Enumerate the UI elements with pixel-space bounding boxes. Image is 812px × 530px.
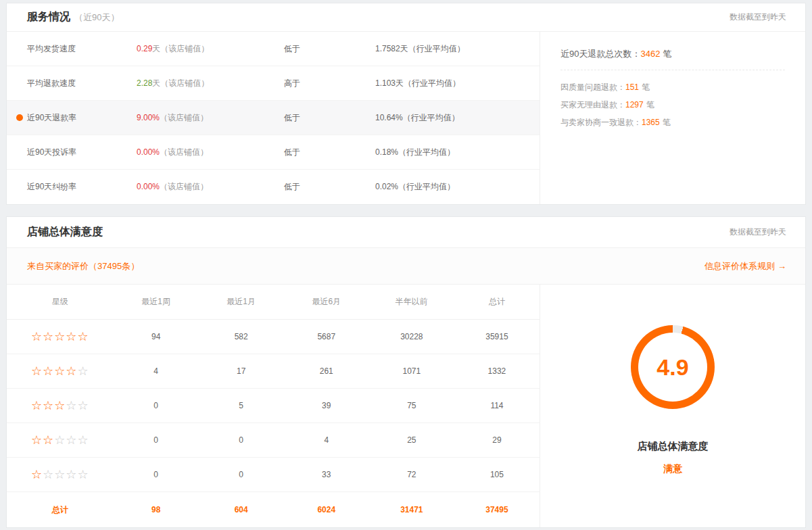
rating-row-5-star: ☆☆☆☆☆ 94 582 5687 30228 35915: [7, 320, 540, 354]
metric-industry-value: 0.02%（行业平均值）: [375, 181, 540, 193]
col-header-older: 半年以前: [369, 296, 454, 308]
metric-industry-value: 1.7582天（行业平均值）: [375, 43, 540, 55]
store-value: 9.00%: [137, 113, 160, 122]
refund-total-value: 3462: [640, 49, 660, 59]
metric-compare: 低于: [284, 147, 375, 158]
service-title-group: 服务情况（近90天）: [27, 10, 119, 24]
table-cell: 4: [284, 435, 369, 445]
table-cell-total: 6024: [284, 505, 369, 514]
table-cell: 75: [369, 401, 454, 410]
service-metrics-table: 平均发货速度 0.29天（该店铺值） 低于 1.7582天（行业平均值） 平均退…: [7, 32, 540, 204]
metric-store-value: 0.29天（该店铺值）: [137, 43, 284, 55]
refund-item-label: 因质量问题退款：: [560, 82, 625, 92]
refund-item-negotiated: 与卖家协商一致退款：1365笔: [560, 114, 785, 131]
satisfaction-gauge-inner: 4.9: [638, 333, 707, 402]
col-header-stars: 星级: [7, 296, 114, 308]
rating-rules-link[interactable]: 信息评价体系规则→: [704, 260, 786, 272]
section-title: 店铺总体满意度: [27, 225, 103, 239]
metric-label: 近90天纠纷率: [7, 181, 137, 193]
service-section: 服务情况（近90天） 数据截至到昨天 平均发货速度 0.29天（该店铺值） 低于…: [6, 3, 806, 205]
satisfaction-score: 4.9: [656, 354, 688, 381]
seller-dashboard: 服务情况（近90天） 数据截至到昨天 平均发货速度 0.29天（该店铺值） 低于…: [0, 0, 812, 528]
store-value: 0.00%: [137, 182, 160, 191]
star-rating-3: ☆☆☆☆☆: [7, 400, 114, 412]
table-cell: 29: [454, 435, 540, 445]
star-rating-2: ☆☆☆☆☆: [7, 434, 114, 446]
metric-compare: 高于: [284, 78, 375, 89]
gauge-title: 店铺总体满意度: [638, 440, 709, 453]
table-cell: 1332: [454, 366, 540, 376]
col-header-month: 最近1月: [199, 296, 284, 308]
satisfaction-gauge-panel: 4.9 店铺总体满意度 满意: [540, 285, 805, 527]
table-cell: 114: [454, 401, 540, 410]
metric-industry-value: 0.18%（行业平均值）: [375, 147, 540, 158]
stars-active-icon: ☆☆☆☆: [31, 364, 78, 378]
metric-store-value: 0.00%（该店铺值）: [137, 147, 284, 158]
stars-active-icon: ☆☆: [31, 433, 54, 447]
metric-label: 平均发货速度: [7, 43, 137, 55]
refund-item-value: 151: [625, 82, 639, 92]
section-title: 服务情况: [27, 11, 70, 22]
refund-total-unit: 笔: [663, 49, 671, 59]
refund-item-quality: 因质量问题退款：151笔: [560, 78, 785, 96]
arrow-right-icon: →: [778, 261, 786, 271]
section-subtitle: （近90天）: [74, 12, 119, 22]
stars-inactive-icon: ☆☆☆: [54, 433, 89, 447]
service-row-shipping-speed[interactable]: 平均发货速度 0.29天（该店铺值） 低于 1.7582天（行业平均值）: [7, 32, 540, 66]
ratings-table: 星级 最近1周 最近1月 最近6月 半年以前 总计 ☆☆☆☆☆ 94 582 5…: [7, 285, 540, 527]
satisfaction-header: 店铺总体满意度 数据截至到昨天: [7, 217, 805, 248]
refund-item-value: 1297: [625, 100, 644, 110]
refund-item-label: 与卖家协商一致退款：: [560, 118, 642, 127]
store-value-suffix: 天（该店铺值）: [152, 44, 209, 53]
stars-inactive-icon: ☆☆☆☆: [43, 468, 89, 481]
service-row-refund-rate[interactable]: 近90天退款率 9.00%（该店铺值） 低于 10.64%（行业平均值）: [7, 101, 540, 135]
store-value-suffix: （该店铺值）: [160, 113, 208, 122]
rating-row-3-star: ☆☆☆☆☆ 0 5 39 75 114: [7, 389, 540, 423]
dashed-divider: [560, 70, 785, 70]
service-body: 平均发货速度 0.29天（该店铺值） 低于 1.7582天（行业平均值） 平均退…: [7, 32, 805, 204]
refund-item-value: 1365: [642, 118, 660, 127]
metric-industry-value: 1.103天（行业平均值）: [375, 78, 540, 89]
data-note: 数据截至到昨天: [730, 11, 786, 23]
refund-item-no-reason: 买家无理由退款：1297笔: [560, 96, 785, 114]
refund-item-unit: 笔: [642, 82, 650, 92]
service-row-complaint-rate[interactable]: 近90天投诉率 0.00%（该店铺值） 低于 0.18%（行业平均值）: [7, 135, 540, 170]
metric-compare: 低于: [284, 181, 375, 193]
metric-store-value: 9.00%（该店铺值）: [137, 112, 284, 124]
table-cell: 33: [284, 470, 369, 479]
refund-item-label: 买家无理由退款：: [560, 100, 625, 110]
table-cell: 94: [114, 332, 199, 341]
refund-total-label: 近90天退款总次数：: [560, 49, 640, 59]
metric-compare: 低于: [284, 112, 375, 124]
table-cell: 5: [199, 401, 284, 410]
refund-total: 近90天退款总次数：3462笔: [560, 48, 785, 60]
col-header-total: 总计: [454, 296, 540, 308]
table-cell: 5687: [284, 332, 369, 341]
service-header: 服务情况（近90天） 数据截至到昨天: [7, 3, 805, 32]
metric-label: 平均退款速度: [7, 78, 137, 89]
satisfaction-section: 店铺总体满意度 数据截至到昨天 来自买家的评价（37495条） 信息评价体系规则…: [6, 216, 806, 528]
metric-industry-value: 10.64%（行业平均值）: [375, 112, 540, 124]
table-cell: 261: [284, 366, 369, 376]
refund-item-unit: 笔: [646, 100, 654, 110]
table-cell: 4: [114, 366, 199, 376]
store-value-suffix: （该店铺值）: [160, 147, 208, 157]
stars-inactive-icon: ☆: [78, 364, 89, 378]
store-value-suffix: 天（该店铺值）: [152, 78, 209, 88]
stars-active-icon: ☆☆☆: [31, 399, 66, 412]
table-cell-total: 31471: [369, 505, 454, 514]
store-value-suffix: （该店铺值）: [160, 182, 208, 191]
table-cell: 0: [114, 470, 199, 479]
table-cell: 0: [199, 470, 284, 479]
data-note: 数据截至到昨天: [730, 226, 786, 238]
totals-label: 总计: [7, 504, 114, 516]
store-value: 0.00%: [137, 147, 160, 157]
table-cell: 1071: [369, 366, 454, 376]
service-row-refund-speed[interactable]: 平均退款速度 2.28天（该店铺值） 高于 1.103天（行业平均值）: [7, 66, 540, 101]
service-row-dispute-rate[interactable]: 近90天纠纷率 0.00%（该店铺值） 低于 0.02%（行业平均值）: [7, 170, 540, 204]
table-cell: 72: [369, 470, 454, 479]
table-cell-total: 98: [114, 505, 199, 514]
table-cell: 0: [199, 435, 284, 445]
star-rating-4: ☆☆☆☆☆: [7, 365, 114, 377]
reviews-subheader: 来自买家的评价（37495条） 信息评价体系规则→: [7, 248, 805, 285]
